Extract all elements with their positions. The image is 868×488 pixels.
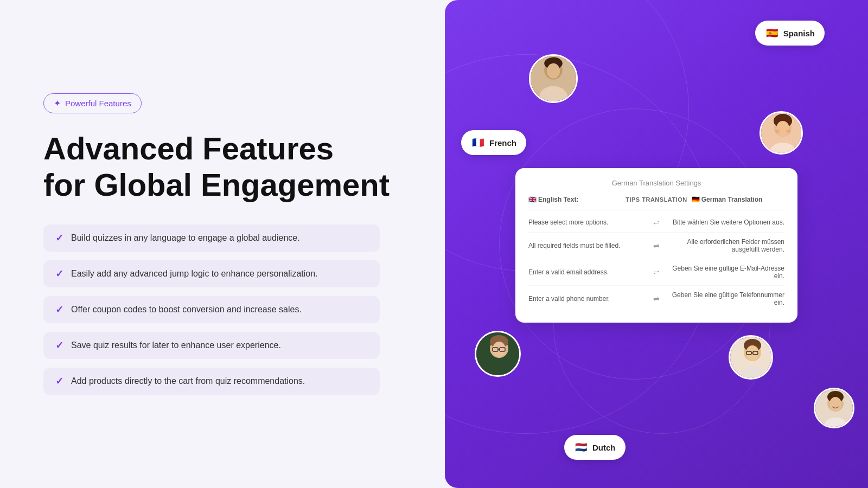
tips-col-header: TIPS TRANSLATION: [626, 196, 687, 203]
translation-row-1: Please select more options. ⇌ Bitte wähl…: [528, 213, 784, 233]
german-text-3: Geben Sie eine gültige E-Mail-Adresse ei…: [664, 265, 784, 280]
translation-row-3: Enter a valid email address. ⇌ Geben Sie…: [528, 259, 784, 286]
feature-text-1: Build quizzes in any language to engage …: [71, 233, 300, 243]
badge-label: Powerful Features: [65, 99, 131, 108]
check-icon-1: ✓: [55, 232, 63, 244]
english-col-header: 🇬🇧 English Text:: [528, 196, 621, 203]
badge-icon: ✦: [54, 98, 61, 108]
swap-icon-3: ⇌: [653, 268, 660, 277]
feature-item-2: ✓ Easily add any advanced jump logic to …: [43, 260, 380, 287]
french-badge: 🇫🇷 French: [461, 130, 526, 155]
dutch-flag: 🇳🇱: [574, 440, 588, 454]
french-flag: 🇫🇷: [471, 136, 485, 150]
spanish-flag: 🇪🇸: [765, 26, 779, 40]
german-text-2: Alle erforderlichen Felder müssen ausgef…: [664, 238, 784, 253]
svg-point-4: [547, 63, 560, 79]
spanish-badge: 🇪🇸 Spanish: [755, 21, 825, 46]
headline: Advanced Features for Global Engagement: [43, 131, 401, 203]
card-title: German Translation Settings: [528, 179, 784, 187]
check-icon-2: ✓: [55, 268, 63, 280]
svg-point-32: [829, 397, 841, 411]
swap-icon-2: ⇌: [653, 241, 660, 250]
avatar-4: [729, 335, 773, 380]
check-icon-4: ✓: [55, 339, 63, 351]
translation-card: German Translation Settings 🇬🇧 English T…: [515, 168, 797, 323]
dutch-label: Dutch: [592, 443, 616, 452]
german-text-4: Geben Sie eine gültige Telefonnummer ein…: [664, 291, 784, 306]
english-text-4: Enter a valid phone number.: [528, 295, 649, 303]
avatar-5: [814, 388, 854, 428]
english-text-1: Please select more options.: [528, 219, 649, 226]
features-list: ✓ Build quizzes in any language to engag…: [43, 224, 401, 395]
feature-item-3: ✓ Offer coupon codes to boost conversion…: [43, 296, 380, 323]
badge: ✦ Powerful Features: [43, 93, 142, 113]
french-label: French: [489, 138, 516, 147]
english-text-3: Enter a valid email address.: [528, 268, 649, 276]
headline-line2: for Global Engagement: [43, 167, 390, 202]
german-flag-icon: 🇩🇪: [692, 196, 700, 203]
german-col-header: 🇩🇪 German Translation: [692, 196, 784, 203]
translation-row-2: All required fields must be filled. ⇌ Al…: [528, 233, 784, 259]
avatar-3: [475, 331, 521, 377]
check-icon-5: ✓: [55, 375, 63, 387]
swap-icon-4: ⇌: [653, 294, 660, 303]
avatar-1: [529, 54, 578, 103]
avatar-2: [760, 111, 803, 155]
english-text-2: All required fields must be filled.: [528, 242, 649, 249]
uk-flag-icon: 🇬🇧: [528, 196, 537, 203]
feature-text-4: Save quiz results for later to enhance u…: [71, 341, 281, 350]
right-panel: 🇪🇸 Spanish 🇫🇷 French 🇳🇱 Dutch: [445, 0, 868, 488]
check-icon-3: ✓: [55, 304, 63, 316]
feature-item-1: ✓ Build quizzes in any language to engag…: [43, 224, 380, 252]
svg-point-9: [776, 121, 789, 136]
feature-item-5: ✓ Add products directly to the cart from…: [43, 368, 380, 395]
svg-point-10: [775, 130, 780, 133]
headline-line1: Advanced Features: [43, 131, 334, 166]
dutch-badge: 🇳🇱 Dutch: [564, 435, 626, 460]
spanish-label: Spanish: [783, 29, 815, 38]
german-text-1: Bitte wählen Sie weitere Optionen aus.: [664, 219, 784, 226]
svg-point-11: [786, 130, 790, 133]
feature-item-4: ✓ Save quiz results for later to enhance…: [43, 332, 380, 359]
card-header: 🇬🇧 English Text: TIPS TRANSLATION 🇩🇪 Ger…: [528, 196, 784, 210]
feature-text-5: Add products directly to the cart from q…: [71, 376, 305, 386]
left-panel: ✦ Powerful Features Advanced Features fo…: [0, 0, 445, 488]
swap-icon-1: ⇌: [653, 218, 660, 227]
feature-text-2: Easily add any advanced jump logic to en…: [71, 269, 318, 279]
feature-text-3: Offer coupon codes to boost conversion a…: [71, 305, 302, 314]
translation-row-4: Enter a valid phone number. ⇌ Geben Sie …: [528, 286, 784, 312]
